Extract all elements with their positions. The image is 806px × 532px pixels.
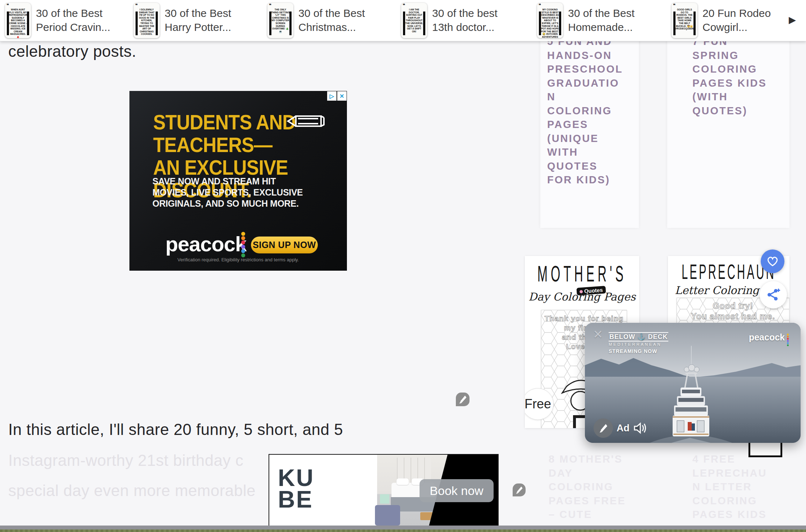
share-plus-icon [766,288,780,302]
speaker-icon[interactable] [633,422,647,435]
ad-close-glyph: ✕ [339,93,344,100]
page: celebratory posts. In this article, I'll… [0,0,806,532]
show-title: BELOW ⚓ DECK [609,332,668,341]
sign-up-now-button[interactable]: SIGN UP NOW [251,237,318,253]
mothers-card-subtitle: Day Coloring Pages [525,290,639,303]
ad-feedback-icon[interactable] [594,418,613,438]
peacock-wordmark: peacock [749,332,785,343]
sidebar-faded-title-1: 8 MOTHER'S DAY COLORING PAGES FREE – CUT… [549,452,642,522]
thumbnail-quote-text: I SOLEMNLY SWEAR THAT I'M UP TO NO GOOD … [137,8,156,36]
kube-hotel-ad[interactable]: KU BE Book now [269,454,499,526]
ad-close-icon[interactable]: ✕ [337,91,347,101]
video-close-icon[interactable]: ✕ [593,327,603,341]
related-post-thumbnail[interactable]: ❝ WHEN AUNT FLO VISITS, MY REFRIGERATOR … [5,3,31,38]
quote-mark-icon: ❝ [403,3,405,8]
related-post-title[interactable]: 30 of the Best Period Cravin... [36,6,133,34]
pencil-icon [286,113,329,129]
peacock-feather-icon [241,232,246,258]
mothers-card-title: MOTHER'S [525,261,639,287]
sidebar-post-title-2[interactable]: 7 FUN SPRING COLORING PAGES KIDS (WITH Q… [692,35,793,118]
article-faded-line-1: Instagram-worthy 21st birthday c [8,451,243,469]
carousel-next-icon[interactable]: ▶ [789,14,796,26]
ad-feedback-icon[interactable] [456,393,470,406]
quote-mark-icon: ❝ [269,3,271,8]
related-post-title[interactable]: 30 of the Best Homemade... [568,6,665,34]
thumbnail-quote-text: I AM THE DOCTOR, SORTING OUT FAIR PLAY T… [405,8,423,33]
related-post-thumbnail[interactable]: ❝ I SOLEMNLY SWEAR THAT I'M UP TO NO GOO… [134,3,160,38]
related-posts-bar: ❝ WHEN AUNT FLO VISITS, MY REFRIGERATOR … [0,0,806,41]
peacock-feather-icon [787,334,789,347]
related-post-title[interactable]: 30 of the Best Harry Potter... [165,6,262,34]
thumbnail-quote-text: GOOD GIRLS GO TO RODEOS. THE BEST GIRLS … [675,8,694,30]
sidebar-faded-title-2: 4 FREE LEPRECHAU N LETTER COLORING PAGES… [692,452,793,522]
like-button[interactable] [761,249,784,273]
thumbnail-quote-text: MY COOKING STYLE IS BEST DESCRIBED AS 'W… [541,8,559,38]
article-intro-line: In this article, I'll share 20 funny, 5 … [8,421,343,439]
thumbnail-quote-text: THE ONLY THING GETTING 'LIT' THIS CHRIST… [271,8,290,33]
article-paragraph-end: celebratory posts. [8,42,136,60]
quote-mark-icon: ❝ [673,3,676,8]
bottom-divider [0,526,806,529]
free-badge-label: Free [525,396,551,412]
related-post-thumbnail[interactable]: ❝ THE ONLY THING GETTING 'LIT' THIS CHRI… [267,3,293,38]
adchoices-glyph: ▷ [330,93,334,100]
quote-mark-icon: ❝ [6,3,9,8]
floating-video-player[interactable]: ✕ BELOW ⚓ DECK MEDITERRANEAN STREAMING N… [585,323,801,443]
adchoices-icon[interactable]: ▷ [327,91,336,101]
thumbnail-quote-text: WHEN AUNT FLO VISITS, MY REFRIGERATOR SU… [9,8,27,38]
sidebar-post-title-1[interactable]: 5 FUN AND HANDS-ON PRESCHOOL GRADUATIO N… [547,35,641,187]
ad-feedback-icon[interactable] [513,483,526,496]
quote-mark-icon: ❝ [135,3,138,8]
related-post-title[interactable]: 20 Fun Rodeo Cowgirl... [702,6,800,34]
streaming-now-label: STREAMING NOW [609,348,668,354]
book-now-button[interactable]: Book now [420,479,494,502]
heart-icon [766,256,779,267]
quote-mark-icon: ❝ [539,3,541,8]
below-deck-logo: BELOW ⚓ DECK MEDITERRANEAN STREAMING NOW [609,332,668,354]
share-button[interactable] [760,281,787,308]
peacock-display-ad[interactable]: ▷ ✕ STUDENTS AND TEACHERS— AN EXCLUSIVE … [129,91,347,271]
ad-disclaimer: Verification required. Eligibility restr… [129,257,347,262]
related-post-thumbnail[interactable]: ❝ I AM THE DOCTOR, SORTING OUT FAIR PLAY… [401,3,427,38]
kube-logo: KU BE [278,467,314,510]
ad-body-text: SAVE NOW AND STREAM HIT MOVIES, LIVE SPO… [152,176,303,209]
bottom-photo-edge [0,529,806,532]
related-post-title[interactable]: 30 of the Best Christmas... [298,6,395,34]
article-faded-line-2: special day even more memorable [8,482,256,500]
related-post-thumbnail[interactable]: ❝ MY COOKING STYLE IS BEST DESCRIBED AS … [537,3,563,38]
peacock-wordmark: peacock [165,232,246,256]
ad-label: Ad [617,423,629,434]
collapsed-ad-box [748,440,782,457]
related-post-title[interactable]: 30 of the best 13th doctor... [432,6,529,34]
related-post-thumbnail[interactable]: ❝ GOOD GIRLS GO TO RODEOS. THE BEST GIRL… [672,3,697,38]
show-subtitle: MEDITERRANEAN [609,342,668,347]
